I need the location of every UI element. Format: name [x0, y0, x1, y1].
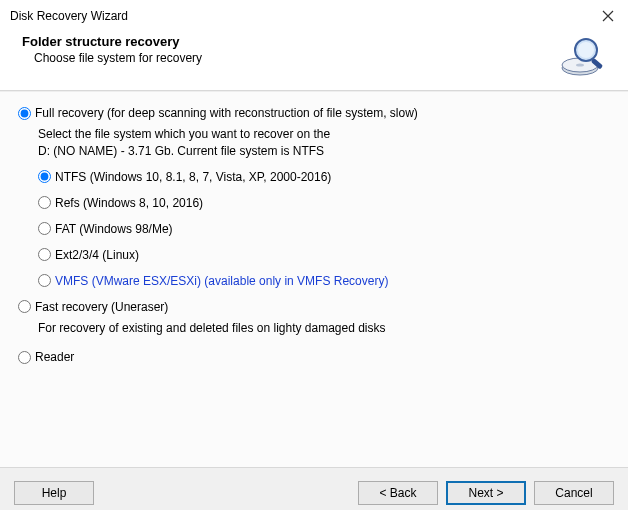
fs-ext-row[interactable]: Ext2/3/4 (Linux)	[38, 248, 610, 262]
mode-full-row[interactable]: Full recovery (for deep scanning with re…	[18, 106, 610, 120]
mode-reader-radio[interactable]	[18, 351, 31, 364]
fs-refs-row[interactable]: Refs (Windows 8, 10, 2016)	[38, 196, 610, 210]
footer: Help < Back Next > Cancel	[0, 467, 628, 510]
help-button[interactable]: Help	[14, 481, 94, 505]
full-desc-line1: Select the file system which you want to…	[38, 126, 610, 143]
fs-ntfs-radio[interactable]	[38, 170, 51, 183]
cancel-button[interactable]: Cancel	[534, 481, 614, 505]
fs-ntfs-label[interactable]: NTFS (Windows 10, 8.1, 8, 7, Vista, XP, …	[55, 170, 331, 184]
mode-fast-row[interactable]: Fast recovery (Uneraser)	[18, 300, 610, 314]
titlebar: Disk Recovery Wizard	[0, 0, 628, 30]
fs-ext-radio[interactable]	[38, 248, 51, 261]
mode-reader-row[interactable]: Reader	[18, 350, 610, 364]
magnifier-disk-icon	[558, 32, 606, 80]
svg-point-4	[578, 42, 594, 58]
mode-full-desc: Select the file system which you want to…	[38, 126, 610, 160]
fs-fat-radio[interactable]	[38, 222, 51, 235]
window-title: Disk Recovery Wizard	[10, 9, 128, 23]
next-button[interactable]: Next >	[446, 481, 526, 505]
fs-ext-label[interactable]: Ext2/3/4 (Linux)	[55, 248, 139, 262]
fs-vmfs-radio[interactable]	[38, 274, 51, 287]
header: Folder structure recovery Choose file sy…	[0, 30, 628, 90]
fs-refs-radio[interactable]	[38, 196, 51, 209]
fs-vmfs-row[interactable]: VMFS (VMware ESX/ESXi) (available only i…	[38, 274, 610, 288]
mode-fast-radio[interactable]	[18, 300, 31, 313]
close-icon	[602, 10, 614, 22]
page-subtitle: Choose file system for recovery	[34, 51, 202, 65]
close-button[interactable]	[598, 6, 618, 26]
fs-fat-label[interactable]: FAT (Windows 98/Me)	[55, 222, 173, 236]
svg-point-2	[576, 63, 584, 66]
mode-fast-label[interactable]: Fast recovery (Uneraser)	[35, 300, 168, 314]
mode-reader-label[interactable]: Reader	[35, 350, 74, 364]
mode-fast-desc: For recovery of existing and deleted fil…	[38, 320, 610, 337]
back-button[interactable]: < Back	[358, 481, 438, 505]
fs-ntfs-row[interactable]: NTFS (Windows 10, 8.1, 8, 7, Vista, XP, …	[38, 170, 610, 184]
header-text: Folder structure recovery Choose file sy…	[22, 34, 202, 65]
mode-full-label[interactable]: Full recovery (for deep scanning with re…	[35, 106, 418, 120]
full-desc-line2: D: (NO NAME) - 3.71 Gb. Current file sys…	[38, 143, 610, 160]
mode-full-radio[interactable]	[18, 107, 31, 120]
fs-refs-label[interactable]: Refs (Windows 8, 10, 2016)	[55, 196, 203, 210]
filesystem-options: NTFS (Windows 10, 8.1, 8, 7, Vista, XP, …	[38, 170, 610, 288]
page-title: Folder structure recovery	[22, 34, 202, 49]
fs-vmfs-label[interactable]: VMFS (VMware ESX/ESXi) (available only i…	[55, 274, 388, 288]
content-area: Full recovery (for deep scanning with re…	[0, 91, 628, 467]
fs-fat-row[interactable]: FAT (Windows 98/Me)	[38, 222, 610, 236]
